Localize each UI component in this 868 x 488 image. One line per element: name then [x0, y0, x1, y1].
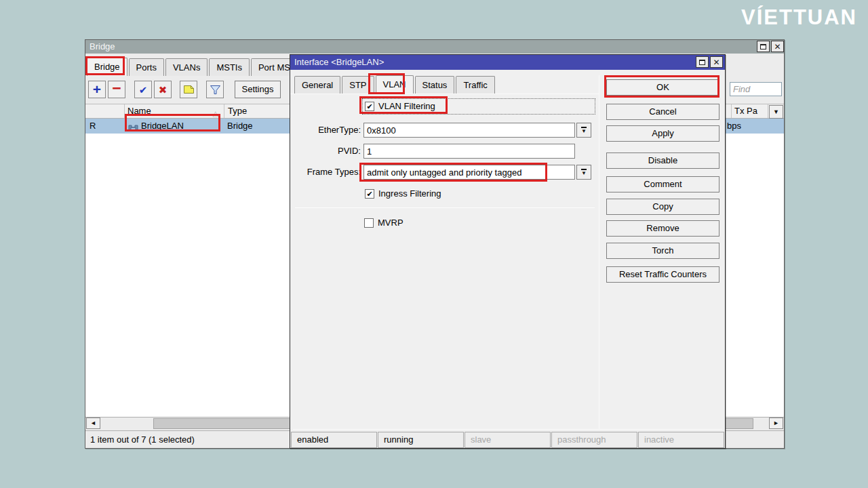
column-header-name[interactable]: Name △ [125, 104, 224, 118]
minus-icon: − [112, 81, 121, 96]
status-cell-enabled: enabled [291, 432, 377, 448]
ethertype-label: EtherType: [294, 123, 361, 138]
tab-pane-top-edge [290, 94, 599, 94]
frame-types-input[interactable] [363, 165, 575, 180]
mvrp-label: MVRP [378, 217, 403, 229]
form-separator [295, 207, 595, 208]
add-button[interactable]: + [88, 81, 106, 98]
close-button[interactable]: ✕ [771, 41, 784, 52]
cancel-button[interactable]: Cancel [606, 104, 719, 120]
dropdown-icon: ▼ [581, 129, 587, 134]
comment-button[interactable]: Comment [606, 176, 719, 192]
find-input[interactable] [730, 82, 782, 96]
apply-button[interactable]: Apply [606, 125, 719, 142]
disable-tool-button[interactable]: ✖ [154, 81, 172, 98]
maximize-icon [760, 44, 766, 49]
row-type: Bridge [227, 119, 253, 134]
filter-button[interactable] [206, 81, 224, 98]
chevron-down-icon: ▼ [773, 108, 779, 115]
dialog-close-icon: ✕ [713, 58, 719, 66]
status-cell-passthrough: passthrough [551, 432, 637, 448]
maximize-button[interactable] [757, 41, 770, 52]
interface-dialog: Interface <BridgeLAN> ✕ General STP VLAN… [290, 54, 726, 449]
bridge-interface-icon [128, 122, 138, 131]
bridge-tabbar: Bridge Ports VLANs MSTIs Port MST [87, 58, 303, 76]
frame-types-dropdown-button[interactable]: ▼ [576, 165, 591, 180]
tab-vlans[interactable]: VLANs [165, 58, 208, 76]
check-icon: ✔ [139, 85, 148, 95]
row-tx-value: bps [727, 119, 741, 134]
cross-icon: ✖ [159, 85, 167, 95]
column-header-flags[interactable] [85, 104, 125, 118]
dialog-maximize-button[interactable] [696, 56, 709, 68]
comment-tool-button[interactable] [180, 81, 197, 98]
pvid-label: PVID: [294, 144, 361, 159]
tab-stp[interactable]: STP [342, 76, 374, 94]
scroll-right-icon: ► [773, 420, 779, 426]
desktop: VÍETTUAN Bridge ✕ Bridge Ports VLANs MST… [0, 0, 868, 488]
tab-bridge[interactable]: Bridge [87, 58, 127, 76]
remove-button[interactable]: − [108, 81, 125, 98]
vlan-filtering-label: VLAN Filtering [378, 100, 435, 113]
reset-traffic-counters-button[interactable]: Reset Traffic Counters [606, 266, 719, 283]
row-flag: R [90, 119, 96, 134]
ok-button[interactable]: OK [606, 79, 719, 96]
dialog-title: Interface <BridgeLAN> [294, 57, 384, 67]
pvid-input[interactable] [363, 144, 575, 159]
bridge-window-title: Bridge [90, 41, 115, 52]
ethertype-input[interactable] [363, 123, 575, 138]
status-cell-running: running [378, 432, 464, 448]
viettuan-logo: VÍETTUAN [741, 5, 857, 30]
tab-general[interactable]: General [294, 76, 340, 94]
ingress-filtering-checkbox[interactable]: ✔ [365, 189, 374, 199]
dialog-close-button[interactable]: ✕ [710, 56, 723, 68]
scroll-left-icon: ◄ [90, 420, 96, 426]
tab-vlan[interactable]: VLAN [376, 75, 414, 94]
ethertype-dropdown-button[interactable]: ▼ [576, 123, 591, 138]
copy-button[interactable]: Copy [606, 199, 719, 215]
tab-traffic[interactable]: Traffic [456, 76, 494, 94]
tab-mstis[interactable]: MSTIs [209, 58, 250, 76]
torch-button[interactable]: Torch [606, 243, 719, 259]
close-icon: ✕ [774, 43, 781, 51]
pane-divider [599, 75, 599, 430]
disable-button[interactable]: Disable [606, 152, 719, 169]
mvrp-checkbox[interactable] [364, 218, 374, 228]
dialog-status-strip: enabled running slave passthrough inacti… [291, 432, 724, 448]
plus-icon: + [93, 82, 101, 96]
settings-button[interactable]: Settings [235, 81, 281, 98]
note-icon [183, 85, 195, 94]
vlan-filtering-checkbox[interactable]: ✔ [365, 102, 374, 111]
status-cell-inactive: inactive [638, 432, 724, 448]
frame-types-label: Frame Types: [294, 165, 361, 180]
tab-ports[interactable]: Ports [129, 58, 164, 76]
pane-bottom-edge [293, 429, 722, 430]
ingress-filtering-label: Ingress Filtering [378, 188, 441, 200]
enable-button[interactable]: ✔ [134, 81, 152, 98]
bridge-window-titlebar: Bridge [85, 40, 784, 54]
row-name: BridgeLAN [141, 119, 184, 134]
tab-status[interactable]: Status [415, 76, 455, 94]
sort-ascending-icon: △ [213, 106, 218, 118]
remove-button[interactable]: Remove [606, 220, 719, 237]
item-count-text: 1 item out of 7 (1 selected) [90, 434, 195, 445]
dropdown-icon: ▼ [581, 171, 587, 176]
status-cell-slave: slave [465, 432, 551, 448]
dialog-maximize-icon [699, 60, 705, 65]
column-header-txpacket[interactable]: Tx Pa [731, 104, 768, 118]
scroll-right-button[interactable]: ► [769, 418, 783, 429]
dialog-tabbar: General STP VLAN Status Traffic [294, 75, 495, 94]
scroll-left-button[interactable]: ◄ [86, 418, 100, 429]
column-menu-button[interactable]: ▼ [769, 105, 783, 119]
funnel-icon [210, 85, 221, 95]
dialog-titlebar: Interface <BridgeLAN> [290, 55, 725, 70]
